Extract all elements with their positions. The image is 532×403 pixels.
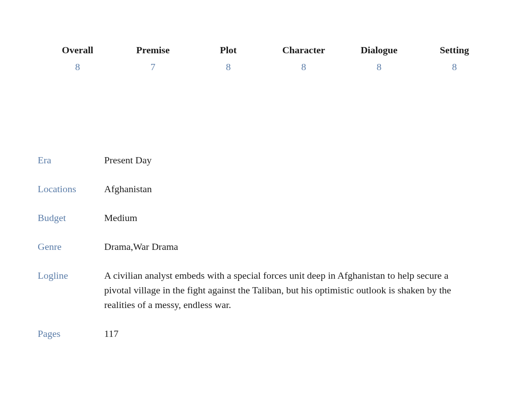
details-section: Era Present Day Locations Afghanistan Bu… xyxy=(31,153,501,341)
detail-value: Present Day xyxy=(104,153,501,167)
score-overall: Overall 8 xyxy=(40,44,115,73)
score-dialogue: Dialogue 8 xyxy=(341,44,417,73)
detail-budget: Budget Medium xyxy=(38,210,501,225)
detail-value: A civilian analyst embeds with a special… xyxy=(104,268,501,312)
detail-label: Genre xyxy=(38,239,104,254)
detail-label: Locations xyxy=(38,182,104,196)
score-value: 8 xyxy=(75,61,80,73)
detail-pages: Pages 117 xyxy=(38,326,501,341)
detail-label: Era xyxy=(38,153,104,167)
score-value: 8 xyxy=(226,61,231,73)
score-premise: Premise 7 xyxy=(115,44,191,73)
score-setting: Setting 8 xyxy=(417,44,492,73)
score-character: Character 8 xyxy=(266,44,341,73)
detail-label: Budget xyxy=(38,210,104,225)
score-label: Setting xyxy=(440,44,469,56)
score-label: Character xyxy=(282,44,325,56)
score-plot: Plot 8 xyxy=(191,44,266,73)
detail-label: Logline xyxy=(38,268,104,312)
score-value: 8 xyxy=(377,61,382,73)
detail-value: Medium xyxy=(104,210,501,225)
score-label: Plot xyxy=(220,44,237,56)
detail-era: Era Present Day xyxy=(38,153,501,167)
score-value: 7 xyxy=(151,61,156,73)
detail-locations: Locations Afghanistan xyxy=(38,182,501,196)
score-value: 8 xyxy=(452,61,457,73)
score-value: 8 xyxy=(301,61,306,73)
detail-logline: Logline A civilian analyst embeds with a… xyxy=(38,268,501,312)
scores-row: Overall 8 Premise 7 Plot 8 Character 8 D… xyxy=(31,44,501,73)
detail-value: 117 xyxy=(104,326,501,341)
detail-value: Drama,War Drama xyxy=(104,239,501,254)
detail-value: Afghanistan xyxy=(104,182,501,196)
detail-label: Pages xyxy=(38,326,104,341)
score-label: Dialogue xyxy=(360,44,397,56)
detail-genre: Genre Drama,War Drama xyxy=(38,239,501,254)
score-label: Premise xyxy=(136,44,169,56)
score-label: Overall xyxy=(62,44,94,56)
